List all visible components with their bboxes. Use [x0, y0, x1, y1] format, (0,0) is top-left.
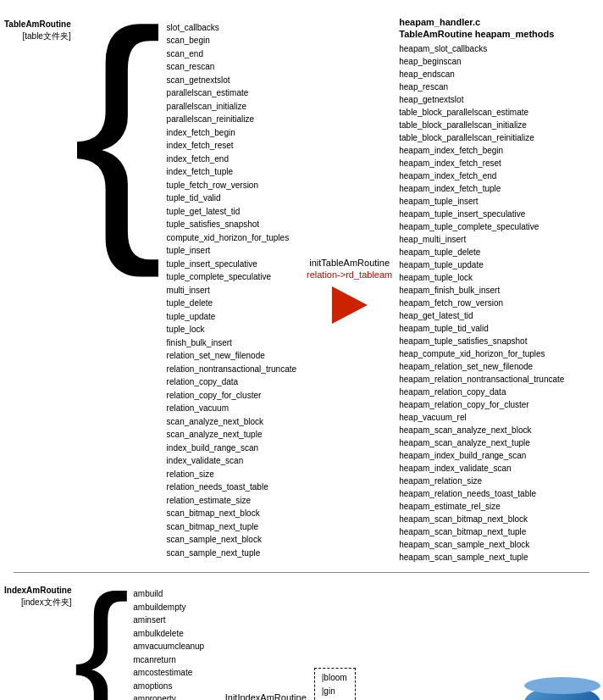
table-am-routine-block: TableAmRoutine [table文件夹] { slot_callbac…	[4, 19, 300, 562]
list-item: heap_beginscan	[399, 55, 564, 68]
init-table-label: initTableAmRoutine	[309, 258, 390, 268]
bottom-section: IndexAmRoutine [index文件夹] { ambuildambui…	[0, 577, 603, 700]
list-item: heapam_estimate_rel_size	[399, 500, 564, 513]
list-item: compute_xid_horizon_for_tuples	[167, 231, 296, 245]
index-brace-label: IndexAmRoutine [index文件夹]	[4, 586, 71, 608]
diagram-container: TableAmRoutine [table文件夹] { slot_callbac…	[0, 0, 603, 700]
list-item: mcanreturn	[133, 653, 218, 667]
list-item: tuple_insert_speculative	[167, 258, 296, 271]
table-rd-label: relation->rd_tableam	[307, 269, 392, 280]
list-item: heapam_scan_bitmap_next_tuple	[399, 525, 564, 538]
list-item: table_block_parallelscan_reinitialize	[399, 131, 564, 144]
list-item: relation_nontransactional_truncate	[167, 363, 296, 376]
index-am-list: ambuildambuildemptyaminsertambulkdeletea…	[130, 586, 221, 700]
heapam-list: heapam_slot_callbacksheap_beginscanheap_…	[399, 42, 564, 564]
list-item: heapam_relation_size	[399, 475, 564, 487]
list-item: relation_size	[167, 468, 296, 481]
bottom-middle: InitIndexAmRoutine relation->rd_indam	[225, 692, 307, 700]
list-item: relation_copy_for_cluster	[167, 389, 296, 403]
list-item: heapam_scan_analyze_next_block	[399, 424, 564, 436]
list-item: heapam_relation_nontransactional_truncat…	[399, 373, 564, 386]
table-am-sublabel: [table文件夹]	[22, 31, 70, 42]
list-item: heapam_index_fetch_begin	[399, 144, 564, 157]
list-item: heapam_relation_set_new_filenode	[399, 360, 564, 373]
list-item: heapam_index_validate_scan	[399, 462, 564, 475]
heapam-methods-label: TableAmRoutine heapam_methods	[399, 29, 554, 39]
list-item: heapam_relation_copy_data	[399, 386, 564, 398]
list-item: ambuildempty	[133, 601, 218, 614]
list-item: heap_compute_xid_horizon_for_tuples	[399, 347, 564, 360]
list-item: table_block_parallelscan_estimate	[399, 106, 564, 119]
list-item: heapam_tuple_complete_speculative	[399, 220, 564, 233]
index-am-routine-block: IndexAmRoutine [index文件夹] { ambuildambui…	[4, 586, 221, 700]
list-item: heapam_tuple_insert_speculative	[399, 208, 564, 220]
list-item: amcostestimate	[133, 666, 218, 680]
list-item: parallelscan_reinitialize	[167, 113, 296, 126]
list-item: scan_sample_next_tuple	[167, 547, 296, 560]
list-item: heapam_index_fetch_end	[399, 169, 564, 182]
bloom-box: |bloom|gin|gist|hash|nbtree ||spgist |	[314, 668, 356, 700]
list-item: heapam_slot_callbacks	[399, 42, 564, 55]
table-brace-label: TableAmRoutine [table文件夹]	[4, 19, 71, 42]
bloom-item: |gin	[322, 685, 348, 698]
list-item: heap_get_latest_tid	[399, 309, 564, 322]
list-item: scan_bitmap_next_tuple	[167, 520, 296, 534]
list-item: tuple_fetch_row_version	[167, 179, 296, 192]
list-item: relation_set_new_filenode	[167, 349, 296, 363]
list-item: heap_endscan	[399, 68, 564, 81]
init-index-label: InitIndexAmRoutine	[225, 692, 307, 700]
list-item: ambuild	[133, 587, 218, 601]
list-item: heap_getnextslot	[399, 93, 564, 106]
list-item: scan_begin	[167, 34, 296, 47]
list-item: table_block_parallelscan_initialize	[399, 119, 564, 131]
list-item: scan_analyze_next_tuple	[167, 428, 296, 442]
list-item: aminsert	[133, 614, 218, 627]
list-item: index_fetch_tuple	[167, 165, 296, 179]
list-item: scan_analyze_next_block	[167, 415, 296, 429]
list-item: heapam_relation_copy_for_cluster	[399, 398, 564, 411]
list-item: tuple_update	[167, 310, 296, 324]
list-item: heapam_scan_bitmap_next_block	[399, 513, 564, 525]
list-item: scan_sample_next_block	[167, 533, 296, 547]
list-item: index_validate_scan	[167, 454, 296, 468]
list-item: index_fetch_end	[167, 153, 296, 166]
heapam-file-label: heapam_handler.c	[399, 17, 480, 27]
list-item: scan_bitmap_next_block	[167, 507, 296, 520]
storage-block: Storage	[524, 686, 600, 700]
list-item: heapam_tuple_update	[399, 258, 564, 271]
list-item: finish_bulk_insert	[167, 336, 296, 350]
list-item: heap_vacuum_rel	[399, 411, 564, 424]
list-item: index_fetch_reset	[167, 139, 296, 153]
list-item: relation_copy_data	[167, 375, 296, 389]
list-item: slot_callbacks	[167, 21, 296, 35]
heapam-block: heapam_handler.c TableAmRoutine heapam_m…	[399, 17, 564, 564]
list-item: heapam_relation_needs_toast_table	[399, 487, 564, 500]
list-item: tuple_complete_speculative	[167, 270, 296, 284]
storage-cylinder-shape	[524, 686, 600, 700]
list-item: multi_insert	[167, 284, 296, 297]
list-item: amvacuumcleanup	[133, 640, 218, 653]
list-item: heapam_index_fetch_tuple	[399, 182, 564, 195]
list-item: heapam_tuple_delete	[399, 246, 564, 258]
list-item: heapam_scan_sample_next_block	[399, 538, 564, 551]
list-item: heapam_scan_analyze_next_tuple	[399, 436, 564, 449]
list-item: tuple_lock	[167, 323, 296, 336]
list-item: heapam_scan_sample_next_tuple	[399, 551, 564, 564]
list-item: heap_multi_insert	[399, 233, 564, 246]
list-item: heapam_fetch_row_version	[399, 297, 564, 309]
index-am-label: IndexAmRoutine	[4, 586, 71, 595]
list-item: ambulkdelete	[133, 627, 218, 641]
list-item: scan_rescan	[167, 60, 296, 74]
list-item: heap_rescan	[399, 81, 564, 93]
list-item: heapam_tuple_insert	[399, 195, 564, 208]
list-item: relation_needs_toast_table	[167, 481, 296, 494]
bloom-item: |bloom	[322, 671, 348, 685]
list-item: parallelscan_estimate	[167, 86, 296, 100]
index-left-brace: {	[73, 581, 130, 700]
table-am-list: slot_callbacksscan_beginscan_endscan_res…	[163, 19, 300, 562]
list-item: relation_estimate_size	[167, 494, 296, 508]
top-middle: initTableAmRoutine relation->rd_tableam	[307, 258, 392, 324]
list-item: scan_end	[167, 47, 296, 61]
list-item: tuple_satisfies_snapshot	[167, 218, 296, 231]
list-item: heapam_tuple_tid_valid	[399, 322, 564, 335]
